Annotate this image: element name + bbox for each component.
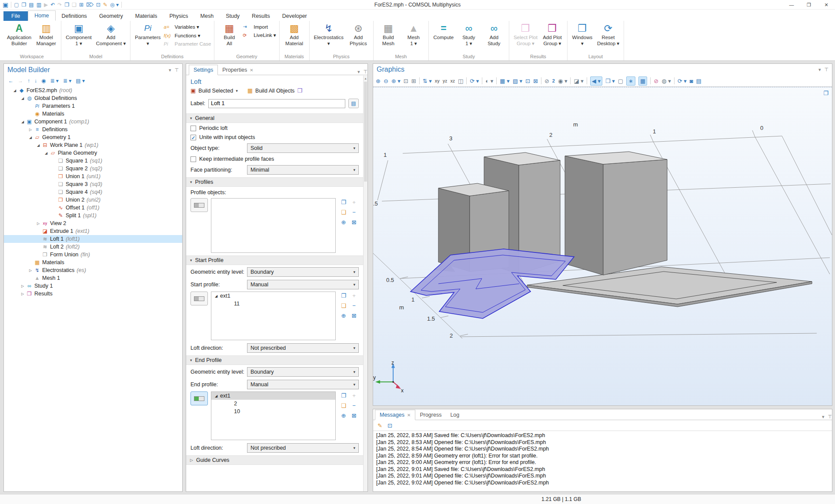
deselect-box-icon[interactable]: ⊠: [533, 77, 538, 85]
show-grid-icon[interactable]: ▦: [638, 76, 647, 86]
panel-menu-icon[interactable]: ▾: [818, 67, 821, 73]
pin-icon[interactable]: ⊤: [828, 414, 832, 420]
ribbon-button[interactable]: ❒ Add Plot Group ▾: [540, 22, 565, 46]
select-box-icon[interactable]: ⊡: [525, 77, 530, 85]
zoom-to-selection-icon[interactable]: ⊕: [339, 412, 348, 419]
print-icon[interactable]: ▤: [696, 77, 701, 85]
tab-home[interactable]: Home: [28, 10, 55, 21]
section-start-profile[interactable]: ▾ Start Profile: [186, 255, 363, 265]
tab-settings[interactable]: Settings: [189, 65, 218, 75]
ribbon-button[interactable]: Pi Parameters ▾: [133, 22, 163, 46]
popout-icon[interactable]: ❐: [823, 90, 828, 96]
tree-expander-icon[interactable]: ▷: [20, 284, 26, 288]
restore-button[interactable]: ❐: [800, 0, 818, 10]
ribbon-button[interactable]: ▩ Add Material: [282, 22, 307, 46]
section-profiles[interactable]: ▾ Profiles: [186, 177, 363, 187]
clear-selection-icon[interactable]: ⊠: [349, 219, 359, 225]
label-input[interactable]: [208, 99, 345, 108]
tab-study[interactable]: Study: [220, 11, 246, 21]
pin-icon[interactable]: ⊤: [174, 67, 179, 73]
ribbon-button[interactable]: ∞ Add Study: [481, 22, 507, 46]
list-item[interactable]: 2: [211, 400, 335, 408]
tree-item[interactable]: ≋ Loft 2 (loft2): [4, 243, 182, 251]
tab-log[interactable]: Log: [446, 410, 464, 420]
ribbon-button[interactable]: ▥ Model Manager: [33, 22, 59, 46]
tree-item[interactable]: Pi Parameters 1: [4, 102, 182, 110]
axis-triad-icon[interactable]: ∗: [626, 76, 635, 86]
back-icon[interactable]: ←: [8, 78, 13, 84]
view-orientation-icon[interactable]: ⇅ ▾: [423, 77, 432, 85]
tree-item[interactable]: ❒ Form Union (fin): [4, 251, 182, 259]
ribbon-button[interactable]: = Compute: [431, 22, 456, 41]
tree-item[interactable]: ❏ Square 3 (sq3): [4, 180, 182, 188]
tree-item[interactable]: ▦ Materials: [4, 259, 182, 266]
start-loft-direction-select[interactable]: Not prescribed ▾: [247, 343, 359, 353]
ribbon-button[interactable]: ❐ Windows ▾: [570, 22, 595, 46]
copy-selection-icon[interactable]: ❐: [339, 392, 348, 399]
unite-with-input-checkbox[interactable]: ✓: [190, 135, 196, 140]
zoom-to-selection-icon[interactable]: ⊕: [339, 312, 348, 319]
close-icon[interactable]: ✕: [250, 68, 253, 73]
preview-icon[interactable]: ❒: [297, 87, 302, 94]
tab-definitions[interactable]: Definitions: [56, 11, 93, 21]
ribbon-button[interactable]: ▣ Component 1 ▾: [63, 22, 94, 46]
tab-physics[interactable]: Physics: [163, 11, 194, 21]
view-yz-icon[interactable]: yz: [443, 77, 448, 85]
tree-expander-icon[interactable]: ▷: [20, 292, 26, 296]
profile-objects-list[interactable]: [211, 198, 336, 253]
tree-expander-icon[interactable]: ◢: [20, 120, 26, 124]
ribbon-small-button[interactable]: ⇥ Import: [243, 24, 276, 30]
ribbon-button[interactable]: ▲ Mesh 1 ▾: [401, 22, 426, 46]
tree-expander-icon[interactable]: ◢: [12, 89, 18, 93]
tree-item[interactable]: ◪ Extrude 1 (ext1): [4, 227, 182, 235]
collapse-all-icon[interactable]: ≣ ▾: [50, 78, 58, 84]
ribbon-small-button[interactable]: ⟳ LiveLink ▾: [243, 32, 276, 38]
zoom-extents-icon[interactable]: ⊡: [404, 77, 408, 85]
tree-item[interactable]: ▷ ↯ Electrostatics (es): [4, 266, 182, 274]
section-end-profile[interactable]: ▾ End Profile: [186, 355, 363, 365]
end-loft-direction-select[interactable]: Not prescribed ▾: [247, 443, 359, 453]
zoom-box-icon[interactable]: ⊕ ▾: [391, 77, 401, 85]
ribbon-button[interactable]: ◈ Add Component ▾: [94, 22, 128, 46]
graphics-canvas[interactable]: ❐: [373, 87, 832, 405]
panel-menu-icon[interactable]: ▾: [169, 67, 171, 73]
tab-results[interactable]: Results: [246, 11, 276, 21]
move-down-icon[interactable]: ↓: [34, 78, 37, 84]
end-profile-list[interactable]: ◢ ext1 2 10: [211, 391, 336, 440]
tree-expander-icon[interactable]: ▷: [35, 222, 41, 225]
scroll-up-icon[interactable]: ▴: [364, 76, 367, 81]
show-frame-icon[interactable]: ▢: [618, 77, 623, 85]
tree-item[interactable]: ✎ Split 1 (spl1): [4, 212, 182, 219]
settings-scrollbar[interactable]: ▴: [363, 76, 367, 491]
tree-item[interactable]: ◢ ▣ Component 1 (comp1): [4, 118, 182, 126]
go-to-2d-icon[interactable]: 2: [552, 77, 555, 85]
tab-developer[interactable]: Developer: [276, 11, 313, 21]
remove-icon[interactable]: −: [349, 302, 359, 309]
ribbon-button[interactable]: ↯ Electrostatics ▾: [312, 22, 346, 46]
add-icon[interactable]: +: [349, 292, 359, 299]
start-profile-select[interactable]: Manual ▾: [247, 280, 359, 289]
tree-expander-icon[interactable]: ◢: [43, 151, 49, 155]
close-icon[interactable]: ✕: [407, 413, 411, 418]
tree-item[interactable]: ▷ ≡ Definitions: [4, 126, 182, 133]
start-entity-level-select[interactable]: Boundary ▾: [247, 267, 359, 277]
edit-label-button[interactable]: ▤: [348, 99, 359, 108]
view-xz-icon[interactable]: xz: [450, 77, 455, 85]
forward-icon[interactable]: →: [18, 78, 23, 84]
build-all-objects-button[interactable]: Build All Objects: [255, 88, 294, 94]
tree-item[interactable]: ∿ Offset 1 (off1): [4, 204, 182, 212]
add-icon[interactable]: +: [349, 199, 359, 206]
zoom-selected-icon[interactable]: ⊞: [411, 77, 416, 85]
add-icon[interactable]: +: [349, 392, 359, 399]
view-xy-icon[interactable]: xy: [435, 77, 440, 85]
active-toggle-button[interactable]: [190, 198, 208, 212]
ribbon-small-button[interactable]: Pi Parameter Case: [164, 41, 211, 46]
tab-progress[interactable]: Progress: [415, 410, 446, 420]
panel-menu-icon[interactable]: ▾: [357, 69, 360, 75]
snapshot-icon[interactable]: ◙: [690, 77, 693, 85]
zoom-to-selection-icon[interactable]: ⊕: [339, 219, 348, 225]
section-guide-curves[interactable]: ▷ Guide Curves: [186, 455, 363, 465]
ribbon-button[interactable]: ▦ Build Mesh: [376, 22, 401, 46]
active-toggle-button[interactable]: [190, 391, 208, 405]
section-general[interactable]: ▾ General: [186, 113, 363, 123]
